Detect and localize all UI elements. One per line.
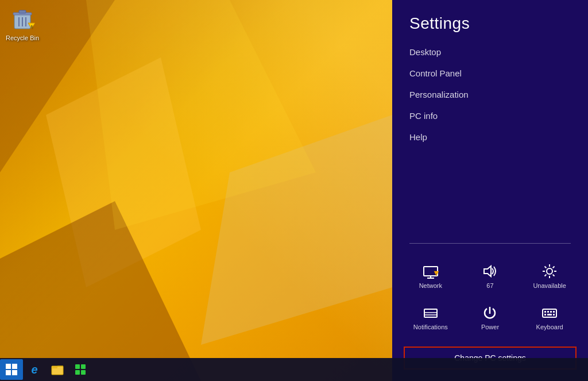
svg-marker-4 [86,0,316,230]
svg-rect-39 [553,314,555,315]
svg-rect-37 [544,314,546,315]
volume-label: 67 [486,282,493,289]
svg-rect-38 [547,314,552,315]
brightness-label: Unavailable [533,282,566,289]
notifications-label: Notifications [413,324,448,330]
svg-rect-46 [75,364,80,369]
svg-rect-40 [6,364,11,369]
quick-item-brightness[interactable]: Unavailable [523,258,577,294]
network-label: Network [419,282,442,289]
menu-item-control-panel[interactable]: Control Panel [409,63,571,84]
network-icon: ! [422,263,439,280]
quick-item-power[interactable]: Power [463,299,517,335]
file-explorer-icon [51,363,64,376]
settings-title: Settings [392,0,588,41]
menu-item-personalization[interactable]: Personalization [409,84,571,105]
svg-rect-35 [550,311,552,313]
svg-rect-33 [544,311,546,313]
power-icon [481,304,498,321]
power-label: Power [481,324,499,330]
menu-item-help[interactable]: Help [409,126,571,148]
recycle-bin-label: Recycle Bin [6,34,39,41]
svg-text:!: ! [31,24,33,29]
quick-item-volume[interactable]: 67 [463,258,517,294]
svg-rect-47 [81,364,86,369]
svg-line-27 [545,275,547,276]
store-icon [74,363,87,376]
quick-item-notifications[interactable]: Notifications [404,299,458,335]
svg-rect-7 [19,10,26,13]
svg-rect-42 [6,370,11,375]
keyboard-icon [541,304,558,321]
menu-item-desktop[interactable]: Desktop [409,41,571,63]
brightness-icon [541,263,558,280]
start-button[interactable] [0,359,23,380]
quick-item-network[interactable]: ! Network [404,258,458,294]
quick-item-keyboard[interactable]: Keyboard [523,299,577,335]
svg-rect-49 [81,370,86,375]
svg-rect-34 [547,311,549,313]
svg-rect-45 [52,366,57,368]
svg-rect-28 [424,309,437,317]
svg-point-19 [547,268,552,274]
svg-rect-48 [75,370,80,375]
svg-marker-3 [0,201,201,381]
desktop-geometry [0,0,392,381]
svg-rect-32 [543,309,556,317]
recycle-bin-icon[interactable]: ! Recycle Bin [6,6,39,41]
svg-line-24 [545,267,547,268]
quick-access-grid: ! Network 67 [392,252,588,341]
svg-line-26 [553,267,555,268]
recycle-bin-graphic: ! [9,6,36,33]
notifications-icon [422,304,439,321]
menu-item-pc-info[interactable]: PC info [409,105,571,126]
svg-rect-43 [12,370,17,375]
keyboard-label: Keyboard [536,324,563,330]
volume-icon [481,263,498,280]
svg-marker-1 [46,57,201,287]
windows-logo-icon [5,363,18,376]
store-button[interactable] [69,359,92,380]
settings-panel: Settings Desktop Control Panel Personali… [392,0,588,381]
settings-taskbar-area [392,358,588,381]
svg-marker-18 [484,266,491,276]
file-explorer-button[interactable] [46,359,69,380]
svg-line-25 [553,275,555,276]
ie-button[interactable]: e [23,359,46,380]
taskbar: e [0,358,392,381]
svg-rect-41 [12,364,17,369]
settings-divider [409,243,571,244]
svg-marker-2 [201,115,392,345]
settings-menu: Desktop Control Panel Personalization PC… [392,41,588,234]
svg-rect-36 [553,311,555,313]
